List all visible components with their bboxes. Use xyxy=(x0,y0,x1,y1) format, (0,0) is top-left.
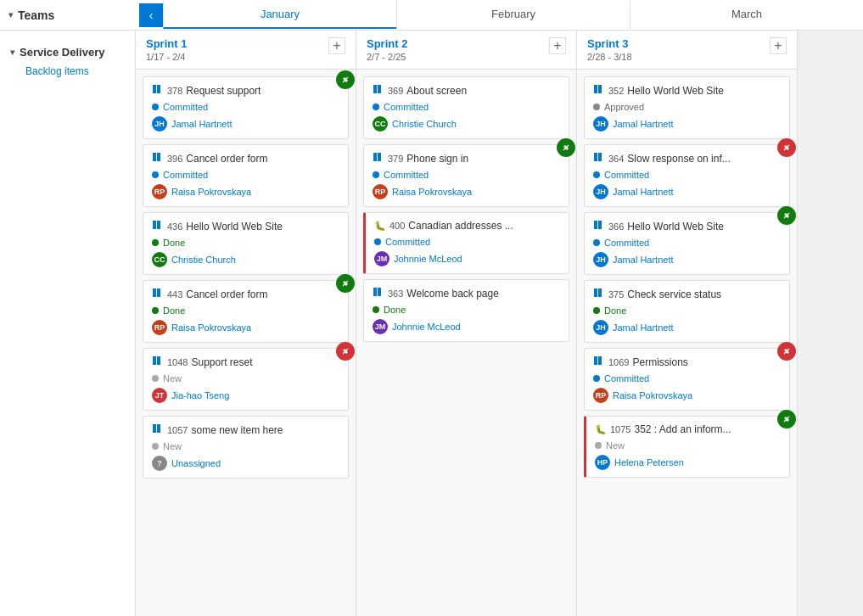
assignee-name-379: Raisa Pokrovskaya xyxy=(392,187,472,197)
card-title-364: Slow response on inf... xyxy=(627,153,781,165)
sprint-title-3: Sprint 3 xyxy=(587,37,632,50)
sprint-dates-2: 2/7 - 2/25 xyxy=(367,52,407,62)
sprint-dates-3: 2/28 - 3/18 xyxy=(587,52,632,62)
card-443[interactable]: 443Cancel order formDoneRPRaisa Pokrovsk… xyxy=(143,280,349,343)
status-text-443: Done xyxy=(163,305,185,316)
sprint-cards-3: 352Hello World Web SiteApprovedJHJamal H… xyxy=(577,70,797,616)
card-title-379: Phone sign in xyxy=(406,153,560,165)
card-379[interactable]: 379Phone sign inCommittedRPRaisa Pokrovs… xyxy=(363,144,569,207)
sidebar-section-title[interactable]: ▾ Service Delivery xyxy=(7,42,128,62)
card-364[interactable]: 364Slow response on inf...CommittedJHJam… xyxy=(584,144,790,207)
card-352[interactable]: 352Hello World Web SiteApprovedJHJamal H… xyxy=(584,76,790,139)
sidebar-item-backlog[interactable]: Backlog items xyxy=(7,62,128,81)
card-status-369: Committed xyxy=(373,102,560,112)
card-363[interactable]: 363Welcome back pageDoneJMJohnnie McLeod xyxy=(363,279,569,342)
task-icon xyxy=(152,220,164,232)
card-id-1069: 1069 xyxy=(608,357,629,367)
card-status-379: Committed xyxy=(373,170,560,180)
card-title-378: Request support xyxy=(186,85,339,97)
card-375[interactable]: 375Check service statusDoneJHJamal Hartn… xyxy=(584,280,790,343)
svg-rect-1 xyxy=(157,85,160,93)
card-title-363: Welcome back page xyxy=(406,288,560,300)
status-text-364: Committed xyxy=(604,170,649,180)
sprint-col-3: Sprint 32/28 - 3/18+352Hello World Web S… xyxy=(577,31,798,616)
teams-toggle[interactable]: ▾ Teams xyxy=(0,8,136,22)
nav-arrow-button[interactable]: ‹ xyxy=(139,3,163,27)
status-text-436: Done xyxy=(163,238,185,248)
avatar-1057: ? xyxy=(152,456,167,471)
svg-rect-16 xyxy=(378,85,381,93)
card-1048[interactable]: 1048Support resetNewJTJia-hao Tseng xyxy=(143,348,349,411)
sprint-header-3: Sprint 32/28 - 3/18+ xyxy=(577,31,797,70)
assignee-name-1075: Helena Petersen xyxy=(614,457,684,468)
svg-rect-13 xyxy=(153,424,156,433)
link-badge-366[interactable] xyxy=(777,206,796,225)
avatar-443: RP xyxy=(152,320,167,335)
svg-rect-24 xyxy=(594,153,597,161)
card-header-369: 369About screen xyxy=(373,84,560,97)
svg-rect-33 xyxy=(598,356,602,365)
status-text-1057: New xyxy=(163,441,182,451)
month-header: JanuaryFebruaryMarch xyxy=(163,1,863,29)
link-badge-364[interactable] xyxy=(777,138,796,157)
card-1057[interactable]: 1057some new item hereNew?Unassigned xyxy=(143,416,349,479)
card-id-443: 443 xyxy=(167,289,182,300)
card-status-364: Committed xyxy=(593,170,781,180)
card-1069[interactable]: 1069PermissionsCommittedRPRaisa Pokrovsk… xyxy=(584,348,790,411)
svg-rect-11 xyxy=(157,356,160,365)
card-status-1069: Committed xyxy=(593,373,781,384)
task-icon xyxy=(593,356,605,368)
card-title-436: Hello World Web Site xyxy=(186,221,339,232)
card-378[interactable]: 378Request supportCommittedJHJamal Hartn… xyxy=(143,76,349,139)
card-header-366: 366Hello World Web Site xyxy=(593,220,781,232)
link-badge-443[interactable] xyxy=(336,274,355,293)
link-badge-1075[interactable] xyxy=(777,410,796,428)
main-layout: ▾ Service Delivery Backlog items Sprint … xyxy=(0,31,863,616)
card-assignee-352: JHJamal Hartnett xyxy=(593,116,781,132)
card-436[interactable]: 436Hello World Web SiteDoneCCChristie Ch… xyxy=(143,212,349,275)
sprint-add-button-2[interactable]: + xyxy=(549,37,566,54)
card-status-375: Done xyxy=(593,305,781,316)
card-id-400: 400 xyxy=(389,221,405,231)
svg-line-35 xyxy=(784,417,789,422)
link-badge-1069[interactable] xyxy=(777,342,796,361)
task-icon xyxy=(152,84,164,97)
card-header-1048: 1048Support reset xyxy=(152,356,339,368)
card-366[interactable]: 366Hello World Web SiteCommittedJHJamal … xyxy=(584,212,790,275)
card-header-352: 352Hello World Web Site xyxy=(593,84,781,97)
task-icon xyxy=(593,220,605,232)
sprint-col-2: Sprint 22/7 - 2/25+369About screenCommit… xyxy=(356,31,577,616)
card-assignee-1069: RPRaisa Pokrovskaya xyxy=(593,388,781,403)
status-dot-1048 xyxy=(152,375,159,382)
assignee-name-366: Jamal Hartnett xyxy=(613,255,674,265)
link-badge-1048[interactable] xyxy=(336,342,355,361)
sprint-add-button-1[interactable]: + xyxy=(328,37,345,54)
svg-line-26 xyxy=(784,145,789,150)
card-assignee-364: JHJamal Hartnett xyxy=(593,184,781,199)
card-id-352: 352 xyxy=(608,86,624,96)
status-dot-352 xyxy=(593,104,600,110)
card-400[interactable]: 🐛400Canadian addresses ...CommittedJMJoh… xyxy=(363,212,569,274)
avatar-436: CC xyxy=(152,252,167,267)
status-text-1048: New xyxy=(163,373,182,384)
card-title-366: Hello World Web Site xyxy=(627,221,781,232)
link-badge-379[interactable] xyxy=(557,138,575,157)
bug-icon: 🐛 xyxy=(374,221,386,232)
status-text-369: Committed xyxy=(384,102,429,112)
card-1075[interactable]: 🐛1075352 : Add an inform...NewHPHelena P… xyxy=(584,416,790,478)
avatar-363: JM xyxy=(373,319,388,334)
status-text-363: Done xyxy=(384,305,406,315)
card-396[interactable]: 396Cancel order formCommittedRPRaisa Pok… xyxy=(143,144,349,207)
status-dot-443 xyxy=(152,307,159,314)
svg-line-9 xyxy=(343,281,348,286)
svg-rect-15 xyxy=(373,85,377,93)
svg-rect-5 xyxy=(153,221,156,229)
status-dot-363 xyxy=(373,306,379,313)
sprint-add-button-3[interactable]: + xyxy=(770,37,787,54)
svg-rect-21 xyxy=(378,288,381,296)
link-badge-378[interactable] xyxy=(336,70,355,89)
assignee-name-436: Christie Church xyxy=(171,255,236,265)
svg-rect-0 xyxy=(153,85,156,93)
card-369[interactable]: 369About screenCommittedCCChristie Churc… xyxy=(363,76,569,139)
status-dot-366 xyxy=(593,239,600,246)
